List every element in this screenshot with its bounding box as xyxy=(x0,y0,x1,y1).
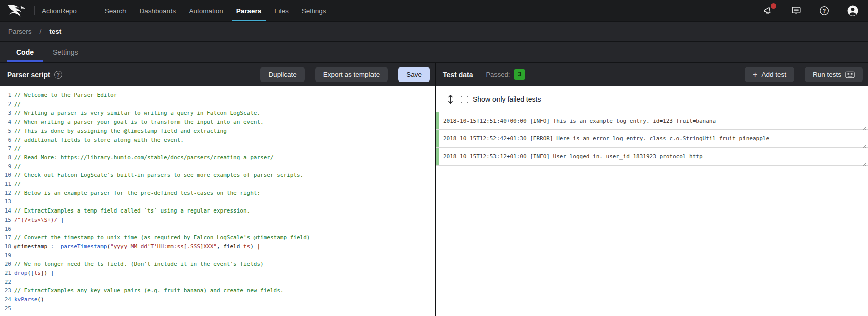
code-line[interactable]: 6// additional fields to store along wit… xyxy=(0,136,435,145)
nav-item-parsers[interactable]: Parsers xyxy=(230,0,268,21)
resize-handle-icon[interactable] xyxy=(862,160,867,164)
parser-help-icon[interactable]: ? xyxy=(54,71,62,79)
expand-collapse-tests-icon[interactable] xyxy=(448,94,453,104)
code-line[interactable]: 20// We no longer need the ts field. (Do… xyxy=(0,260,435,269)
test-cases: 2018-10-15T12:51:40+00:00 [INFO] This is… xyxy=(436,112,868,166)
announcements-megaphone-icon[interactable] xyxy=(763,5,774,16)
code-line[interactable]: 5// This is done by assigning the @times… xyxy=(0,127,435,136)
nav-item-files[interactable]: Files xyxy=(268,0,295,21)
nav-item-settings[interactable]: Settings xyxy=(295,0,333,21)
svg-text:?: ? xyxy=(823,8,826,14)
test-case-row[interactable]: 2018-10-15T12:53:12+01:00 [INFO] User lo… xyxy=(436,148,868,166)
code-line[interactable]: 9// xyxy=(0,162,435,171)
test-panel: Show only failed tests 2018-10-15T12:51:… xyxy=(436,86,868,316)
export-as-template-button[interactable]: Export as template xyxy=(315,67,388,82)
test-status-bar-passed xyxy=(436,148,439,165)
code-line[interactable]: 11// xyxy=(0,180,435,189)
code-line[interactable]: 25 xyxy=(0,304,435,313)
nav-item-search[interactable]: Search xyxy=(98,0,133,21)
code-text: // Check out Falcon LogScale's built-in … xyxy=(14,171,303,180)
breadcrumb-current: test xyxy=(49,28,61,35)
line-number: 16 xyxy=(0,225,14,234)
test-case-text[interactable]: 2018-10-15T12:52:42+01:30 [ERROR] Here i… xyxy=(439,130,868,147)
code-text: // We no longer need the ts field. (Don'… xyxy=(14,260,264,269)
code-line[interactable]: 18@timestamp := parseTimestamp("yyyy-MM-… xyxy=(0,242,435,251)
line-number: 13 xyxy=(0,197,14,206)
line-number: 3 xyxy=(0,109,14,118)
duplicate-button[interactable]: Duplicate xyxy=(260,67,304,82)
tabs-bar: CodeSettings xyxy=(0,41,868,62)
code-line[interactable]: 17// Convert the timestamp to unix time … xyxy=(0,233,435,242)
resize-handle-icon[interactable] xyxy=(862,124,867,128)
run-tests-label: Run tests xyxy=(813,71,841,78)
parser-script-pane: Parser script ? Duplicate Export as temp… xyxy=(0,63,435,316)
line-number: 25 xyxy=(0,304,14,313)
parser-script-title: Parser script xyxy=(7,71,50,79)
test-case-row[interactable]: 2018-10-15T12:52:42+01:30 [ERROR] Here i… xyxy=(436,130,868,148)
line-number: 1 xyxy=(0,91,14,100)
help-icon[interactable]: ? xyxy=(819,5,830,16)
test-data-title: Test data xyxy=(443,71,473,79)
code-line[interactable]: 23// ExtractExamples any key value pairs… xyxy=(0,286,435,295)
code-line[interactable]: 15/^(?<ts>\S+)/ | xyxy=(0,216,435,225)
test-case-text[interactable]: 2018-10-15T12:53:12+01:00 [INFO] User lo… xyxy=(439,148,868,165)
line-number: 4 xyxy=(0,118,14,127)
code-line[interactable]: 1// Welcome to the Parser Editor xyxy=(0,91,435,100)
line-number: 18 xyxy=(0,242,14,251)
code-line[interactable]: 12// Below is an example parser for the … xyxy=(0,189,435,198)
test-case-row[interactable]: 2018-10-15T12:51:40+00:00 [INFO] This is… xyxy=(436,112,868,130)
code-line[interactable]: 16 xyxy=(0,225,435,234)
run-tests-button[interactable]: Run tests xyxy=(805,67,863,82)
tab-code[interactable]: Code xyxy=(7,42,43,62)
code-line[interactable]: 8// Read More: https://library.humio.com… xyxy=(0,153,435,162)
test-case-text[interactable]: 2018-10-15T12:51:40+00:00 [INFO] This is… xyxy=(439,112,868,129)
code-text: // additional fields to store along with… xyxy=(14,136,184,145)
line-number: 22 xyxy=(0,278,14,287)
code-line[interactable]: 10// Check out Falcon LogScale's built-i… xyxy=(0,171,435,180)
code-text: // xyxy=(14,144,21,153)
code-text: // When writing a parser your goal is to… xyxy=(14,118,264,127)
code-line[interactable]: 14// ExtractExamples a temp field called… xyxy=(0,206,435,216)
line-number: 6 xyxy=(0,136,14,145)
crowdstrike-falcon-logo-icon[interactable] xyxy=(7,4,27,17)
code-line[interactable]: 2// xyxy=(0,100,435,109)
test-status-bar-passed xyxy=(436,130,439,147)
breadcrumb-separator: / xyxy=(40,28,42,35)
code-text: @timestamp := parseTimestamp("yyyy-MM-dd… xyxy=(14,242,260,251)
line-number: 17 xyxy=(0,233,14,242)
nav-item-automation[interactable]: Automation xyxy=(182,0,229,21)
code-text: // This is done by assigning the @timest… xyxy=(14,127,227,136)
nav-item-dashboards[interactable]: Dashboards xyxy=(133,0,183,21)
code-line[interactable]: 13 xyxy=(0,197,435,206)
line-number: 19 xyxy=(0,251,14,260)
top-navbar: ActionRepo SearchDashboardsAutomationPar… xyxy=(0,0,868,21)
user-avatar-icon[interactable] xyxy=(847,5,859,17)
code-line[interactable]: 3// Writing a parser is very similar to … xyxy=(0,109,435,118)
code-line[interactable]: 4// When writing a parser your goal is t… xyxy=(0,118,435,127)
code-line[interactable]: 22 xyxy=(0,278,435,287)
line-number: 7 xyxy=(0,144,14,153)
nav-items: SearchDashboardsAutomationParsersFilesSe… xyxy=(98,0,333,21)
test-filter-row: Show only failed tests xyxy=(436,86,868,112)
show-only-failed-checkbox[interactable] xyxy=(461,96,468,103)
resize-handle-icon[interactable] xyxy=(862,142,867,146)
breadcrumb-parent[interactable]: Parsers xyxy=(8,28,32,35)
code-line[interactable]: 24kvParse() xyxy=(0,295,435,304)
feedback-chat-icon[interactable] xyxy=(791,5,802,16)
keyboard-icon xyxy=(845,71,855,78)
code-line[interactable]: 19 xyxy=(0,251,435,260)
line-number: 12 xyxy=(0,189,14,198)
notification-badge xyxy=(771,3,776,9)
code-line[interactable]: 7// xyxy=(0,144,435,153)
repo-name[interactable]: ActionRepo xyxy=(42,7,77,15)
show-only-failed-label[interactable]: Show only failed tests xyxy=(473,95,541,103)
tab-settings[interactable]: Settings xyxy=(43,42,88,62)
add-test-button[interactable]: + Add test xyxy=(745,67,794,82)
code-editor[interactable]: 1// Welcome to the Parser Editor2//3// W… xyxy=(0,86,435,316)
save-button[interactable]: Save xyxy=(398,67,430,82)
line-number: 15 xyxy=(0,216,14,225)
code-line[interactable]: 21drop([ts]) | xyxy=(0,269,435,278)
code-text: // xyxy=(14,162,21,171)
nav-divider xyxy=(34,6,35,15)
code-text: kvParse() xyxy=(14,295,44,304)
